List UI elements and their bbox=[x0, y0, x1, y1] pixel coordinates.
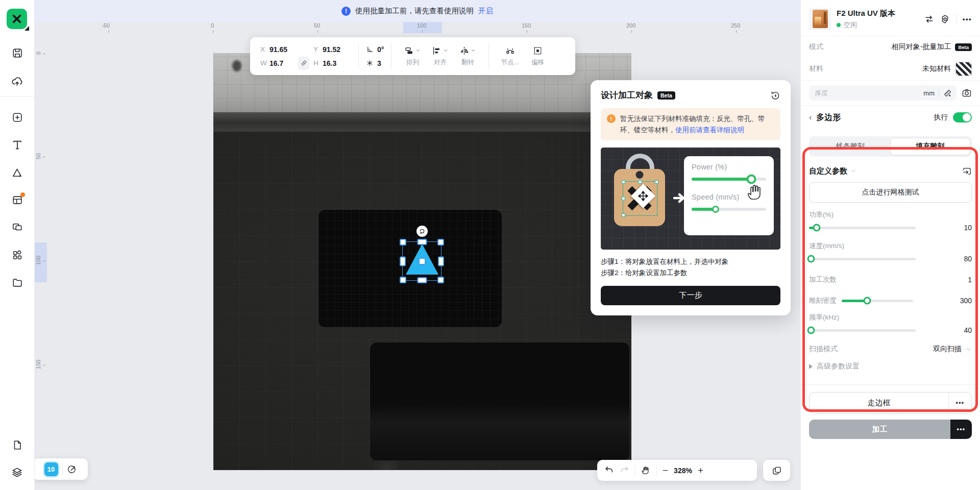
measure-ruler-icon[interactable] bbox=[943, 89, 952, 97]
start-more-icon[interactable]: ••• bbox=[950, 420, 972, 439]
node-edit-button[interactable]: 节点... bbox=[496, 45, 524, 67]
apps-icon[interactable] bbox=[11, 249, 23, 261]
tab-line-engrave[interactable]: 线条雕刻 bbox=[811, 138, 890, 155]
density-slider[interactable] bbox=[842, 300, 913, 302]
selected-object-triangle[interactable] bbox=[402, 241, 442, 281]
layers-icon[interactable] bbox=[11, 466, 23, 478]
scan-mode-value[interactable]: 双向扫描 bbox=[933, 345, 962, 354]
camera-measure-icon[interactable] bbox=[962, 88, 972, 98]
frame-more-icon[interactable]: ••• bbox=[948, 393, 971, 413]
shapes-tool-icon[interactable] bbox=[11, 166, 23, 179]
layer-row: ‹ 多边形 执行 bbox=[809, 106, 972, 129]
next-step-button[interactable]: 下一步 bbox=[601, 286, 780, 305]
dialog-title: 设计加工对象 bbox=[601, 89, 653, 101]
resize-handle[interactable] bbox=[437, 239, 444, 246]
duplicate-canvas-icon[interactable] bbox=[772, 465, 782, 476]
save-file-icon[interactable] bbox=[11, 47, 23, 59]
x-value[interactable]: 91.65 bbox=[270, 45, 298, 54]
history-icon[interactable] bbox=[770, 90, 780, 101]
x-label: X bbox=[260, 45, 270, 53]
back-chevron-icon[interactable]: ‹ bbox=[809, 113, 812, 122]
redo-icon[interactable] bbox=[620, 465, 629, 475]
device-settings-icon[interactable] bbox=[940, 14, 950, 24]
grid-test-button[interactable]: 点击进行网格测试 bbox=[809, 182, 972, 203]
speed-slider[interactable] bbox=[809, 258, 916, 260]
preset-select[interactable]: 自定义参数 bbox=[809, 166, 856, 176]
mode-beta-badge: Beta bbox=[955, 43, 972, 51]
scan-mode-row: 扫描模式 双向扫描 bbox=[809, 343, 972, 355]
switch-device-icon[interactable] bbox=[924, 14, 934, 24]
h-value[interactable]: 16.3 bbox=[323, 59, 351, 67]
align-button[interactable]: 对齐 bbox=[426, 45, 454, 67]
advanced-settings-toggle[interactable]: 高级参数设置 bbox=[809, 362, 972, 371]
param-speed: 速度(mm/s) 80 bbox=[809, 241, 972, 263]
lock-ratio-button[interactable] bbox=[298, 57, 309, 70]
cloud-upload-icon[interactable] bbox=[11, 75, 23, 87]
resize-handle[interactable] bbox=[437, 277, 444, 283]
chevron-down-icon bbox=[471, 48, 476, 53]
text-tool-icon[interactable] bbox=[11, 139, 23, 151]
more-options-icon[interactable]: ••• bbox=[963, 15, 972, 23]
offset-button[interactable]: 偏移 bbox=[524, 45, 551, 67]
flip-button[interactable]: 翻转 bbox=[454, 45, 481, 67]
w-value[interactable]: 16.7 bbox=[270, 59, 298, 67]
save-preset-icon[interactable] bbox=[962, 166, 972, 176]
templates-icon[interactable] bbox=[11, 194, 23, 206]
duplicate-icon[interactable] bbox=[11, 222, 23, 234]
power-slider[interactable] bbox=[809, 227, 916, 229]
banner-open-link[interactable]: 开启 bbox=[478, 6, 493, 16]
execute-label: 执行 bbox=[934, 113, 948, 122]
undo-icon[interactable] bbox=[604, 465, 614, 475]
execute-toggle[interactable] bbox=[953, 112, 972, 122]
zoom-in-icon[interactable]: + bbox=[698, 465, 703, 475]
power-label: Power (%) bbox=[692, 163, 766, 171]
canvas-counter-pill: 10 bbox=[33, 458, 88, 480]
thickness-input[interactable] bbox=[814, 89, 919, 97]
layer-name: 多边形 bbox=[816, 112, 841, 123]
object-count-badge[interactable]: 10 bbox=[44, 462, 58, 476]
document-icon[interactable] bbox=[11, 439, 23, 451]
folder-icon[interactable] bbox=[11, 277, 23, 289]
resize-handle[interactable] bbox=[417, 239, 427, 245]
mode-value[interactable]: 相同对象-批量加工 bbox=[892, 42, 951, 52]
warning-detail-link[interactable]: 使用前请查看详细说明 bbox=[675, 126, 744, 134]
resize-handle[interactable] bbox=[417, 277, 427, 283]
resize-handle[interactable] bbox=[438, 256, 444, 266]
material-swatch[interactable] bbox=[955, 62, 972, 76]
flip-icon bbox=[459, 46, 469, 56]
share-icon[interactable] bbox=[67, 464, 77, 474]
frequency-slider[interactable] bbox=[809, 329, 916, 332]
selection-toolbar: X 91.65 Y 91.52 W 16.7 H 16.3 0° 3 bbox=[250, 37, 575, 75]
scan-mode-label: 扫描模式 bbox=[809, 345, 838, 354]
resize-handle[interactable] bbox=[400, 277, 406, 283]
zoom-level[interactable]: 328% bbox=[674, 467, 692, 475]
y-value[interactable]: 91.52 bbox=[323, 45, 351, 54]
chevron-down-icon bbox=[415, 48, 421, 53]
center-handle[interactable] bbox=[419, 258, 426, 265]
arrange-button[interactable]: 排列 bbox=[399, 45, 426, 67]
thickness-field[interactable]: mm bbox=[809, 85, 957, 101]
power-slider[interactable] bbox=[692, 178, 766, 181]
resize-handle[interactable] bbox=[400, 256, 406, 266]
machine-rail bbox=[213, 112, 631, 132]
frame-button[interactable]: 走边框 ••• bbox=[809, 392, 972, 413]
material-card-bottom[interactable] bbox=[370, 342, 629, 460]
h-label: H bbox=[313, 59, 323, 67]
thickness-row: mm bbox=[809, 81, 972, 105]
pan-hand-icon[interactable] bbox=[641, 465, 651, 475]
speed-slider[interactable] bbox=[692, 208, 766, 211]
beta-badge: Beta bbox=[657, 91, 675, 100]
zoom-out-icon[interactable]: − bbox=[663, 465, 668, 475]
tab-fill-engrave[interactable]: 填充雕刻 bbox=[890, 138, 971, 155]
rotate-handle[interactable] bbox=[416, 226, 428, 237]
new-project-icon[interactable] bbox=[11, 111, 23, 124]
start-job-button[interactable]: 加工 ••• bbox=[809, 420, 972, 439]
app-logo[interactable] bbox=[7, 9, 27, 29]
chevron-down-icon[interactable] bbox=[965, 346, 972, 353]
sides-value[interactable]: 3 bbox=[377, 59, 381, 67]
preset-row: 自定义参数 bbox=[809, 164, 972, 178]
material-value[interactable]: 未知材料 bbox=[922, 64, 951, 74]
resize-handle[interactable] bbox=[400, 239, 406, 246]
tutorial-illustration: Power (%) Speed (mm/s) bbox=[601, 148, 780, 250]
angle-value[interactable]: 0° bbox=[377, 45, 384, 54]
